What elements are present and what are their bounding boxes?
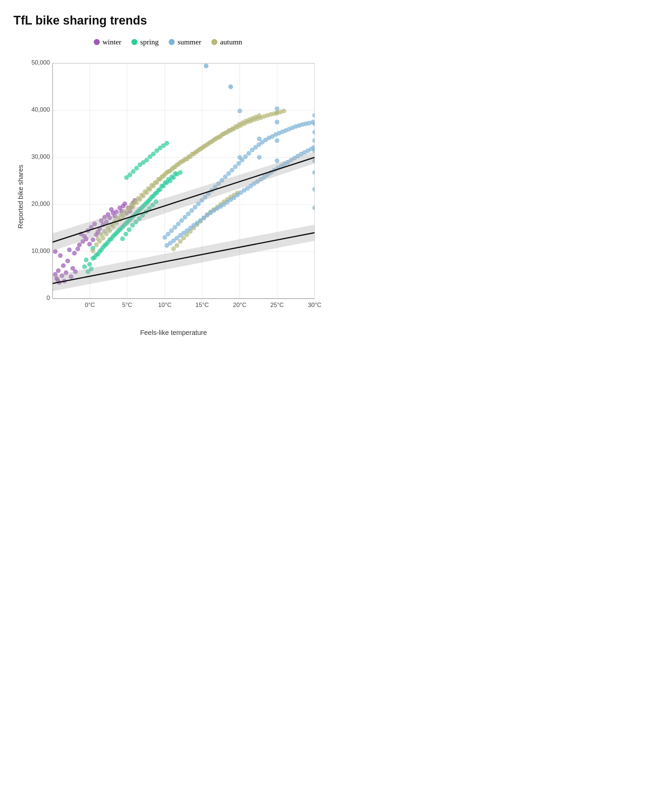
svg-point-128 <box>146 199 151 203</box>
svg-point-301 <box>186 211 191 216</box>
legend: winter spring summer autumn <box>13 38 323 46</box>
svg-text:0: 0 <box>46 294 50 301</box>
svg-point-220 <box>96 236 101 241</box>
autumn-label: autumn <box>220 38 242 46</box>
svg-point-384 <box>238 109 242 113</box>
spring-label: spring <box>140 38 159 46</box>
svg-point-292 <box>204 63 209 68</box>
svg-point-143 <box>144 158 149 163</box>
svg-point-48 <box>91 237 95 242</box>
svg-text:5°C: 5°C <box>122 302 132 308</box>
svg-point-237 <box>153 180 157 185</box>
svg-point-140 <box>134 166 139 171</box>
svg-text:10°C: 10°C <box>158 302 171 308</box>
svg-point-154 <box>124 232 128 236</box>
svg-point-138 <box>127 173 132 177</box>
svg-point-155 <box>127 227 132 232</box>
winter-dot <box>94 39 100 45</box>
svg-point-47 <box>88 242 92 246</box>
svg-point-131 <box>156 188 161 193</box>
svg-point-294 <box>163 235 167 240</box>
svg-text:30°C: 30°C <box>308 302 321 308</box>
svg-point-118 <box>113 232 117 237</box>
svg-point-302 <box>190 208 194 213</box>
svg-point-139 <box>131 169 136 174</box>
svg-point-271 <box>178 239 183 244</box>
svg-point-391 <box>275 158 280 163</box>
svg-point-44 <box>76 246 80 251</box>
svg-point-130 <box>153 191 157 196</box>
svg-point-295 <box>166 232 170 236</box>
svg-point-114 <box>99 247 104 252</box>
svg-point-111 <box>178 170 183 175</box>
svg-point-135 <box>170 174 174 179</box>
legend-item-summer: summer <box>169 38 201 46</box>
svg-point-145 <box>151 152 156 156</box>
svg-point-41 <box>67 247 72 252</box>
svg-point-33 <box>66 259 70 263</box>
scatter-plot: 0 10,000 20,000 30,000 40,000 50,000 0°C… <box>25 56 323 325</box>
svg-point-233 <box>139 193 144 198</box>
svg-text:0°C: 0°C <box>84 302 95 308</box>
svg-point-149 <box>165 141 169 146</box>
svg-point-389 <box>275 120 280 125</box>
svg-point-70 <box>122 201 127 206</box>
svg-point-42 <box>72 251 77 256</box>
svg-point-298 <box>176 222 181 226</box>
svg-point-293 <box>228 85 233 89</box>
svg-point-300 <box>183 215 187 219</box>
svg-point-84 <box>88 262 92 267</box>
legend-item-winter: winter <box>94 38 121 46</box>
legend-item-autumn: autumn <box>211 38 242 46</box>
svg-point-43 <box>77 242 82 247</box>
svg-point-32 <box>61 263 66 268</box>
svg-point-165 <box>94 242 99 247</box>
svg-point-270 <box>175 243 179 248</box>
svg-text:20,000: 20,000 <box>31 201 50 207</box>
spring-dot <box>131 39 137 45</box>
svg-point-232 <box>136 196 141 201</box>
svg-point-313 <box>227 171 231 176</box>
svg-point-296 <box>169 228 174 233</box>
svg-text:50,000: 50,000 <box>31 59 50 66</box>
svg-point-115 <box>103 243 107 248</box>
svg-text:10,000: 10,000 <box>31 247 50 254</box>
svg-point-314 <box>230 168 235 173</box>
svg-point-133 <box>163 180 168 185</box>
svg-point-164 <box>91 249 95 253</box>
autumn-dot <box>211 39 217 45</box>
svg-text:40,000: 40,000 <box>31 106 50 113</box>
svg-point-316 <box>237 161 241 166</box>
svg-point-231 <box>133 199 137 204</box>
svg-point-390 <box>275 138 280 143</box>
svg-point-64 <box>109 207 114 212</box>
svg-point-387 <box>257 155 262 160</box>
svg-point-82 <box>82 264 87 269</box>
svg-point-40 <box>58 253 63 258</box>
page-title: TfL bike sharing trends <box>13 13 323 28</box>
svg-text:15°C: 15°C <box>195 302 209 308</box>
svg-point-318 <box>243 154 248 159</box>
svg-point-113 <box>96 252 101 257</box>
x-axis-label: Feels-like temperature <box>25 329 323 337</box>
svg-point-136 <box>173 171 178 176</box>
svg-point-235 <box>146 186 151 191</box>
svg-point-112 <box>93 255 97 260</box>
svg-text:20°C: 20°C <box>233 302 246 308</box>
svg-point-319 <box>247 151 251 156</box>
svg-point-268 <box>257 113 262 118</box>
svg-point-132 <box>160 184 164 188</box>
svg-point-388 <box>275 106 280 111</box>
svg-point-129 <box>149 195 154 199</box>
svg-point-83 <box>84 257 89 262</box>
svg-point-312 <box>223 174 228 179</box>
legend-item-spring: spring <box>131 38 159 46</box>
svg-point-117 <box>109 236 114 241</box>
svg-point-119 <box>116 229 121 234</box>
svg-text:30,000: 30,000 <box>31 153 50 160</box>
svg-point-153 <box>120 236 125 241</box>
svg-point-269 <box>171 246 176 251</box>
svg-point-31 <box>56 268 61 273</box>
svg-point-385 <box>238 155 242 160</box>
summer-label: summer <box>177 38 201 46</box>
